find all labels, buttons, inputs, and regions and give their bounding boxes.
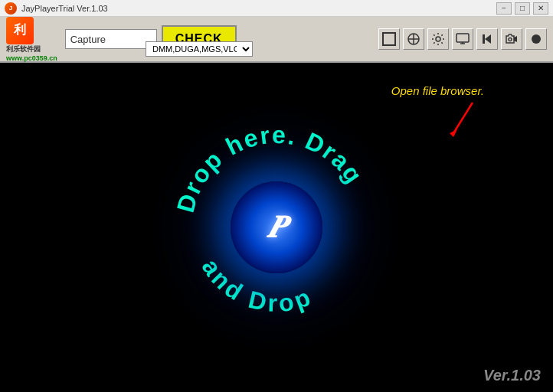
site-dropdown[interactable]: DMM,DUGA,MGS,VLC DMM DUGA MGS VLC	[146, 41, 253, 57]
svg-rect-9	[483, 34, 485, 44]
version-text: Ver.1.03	[483, 367, 541, 384]
center-logo-glow: 𝑷	[231, 181, 322, 273]
tooltip-area: Open file browser.	[391, 84, 484, 137]
minimize-button[interactable]: −	[496, 2, 512, 15]
toolbar-icons	[378, 28, 547, 50]
record-icon[interactable]	[525, 28, 547, 50]
window-controls: − □ ✕	[496, 2, 548, 15]
tooltip-content: Open file browser.	[391, 84, 484, 137]
camera-icon[interactable]	[501, 28, 522, 50]
svg-rect-5	[456, 34, 469, 42]
watermark-area: 利 利乐软件园 www.pc0359.cn	[6, 17, 57, 62]
svg-rect-0	[383, 33, 395, 45]
svg-point-4	[436, 37, 440, 41]
svg-marker-8	[485, 34, 491, 44]
svg-point-10	[509, 38, 512, 41]
main-canvas[interactable]: Drop here. Drag and Drop 𝑷 Open file bro…	[0, 63, 553, 392]
center-logo-text: 𝑷	[267, 210, 286, 245]
title-bar-left: J JayPlayerTrial Ver.1.03	[5, 2, 108, 15]
app-logo-icon: J	[5, 2, 17, 15]
svg-point-12	[532, 34, 541, 44]
toolbar: 利 利乐软件园 www.pc0359.cn Capture CHECK DMM,…	[0, 17, 553, 63]
site-dropdown-row: DMM,DUGA,MGS,VLC DMM DUGA MGS VLC	[146, 41, 253, 57]
arrow-svg	[446, 99, 484, 137]
title-bar: J JayPlayerTrial Ver.1.03 − □ ✕	[0, 0, 553, 17]
watermark-url: www.pc0359.cn	[6, 54, 57, 62]
maximize-button[interactable]: □	[515, 2, 530, 15]
svg-line-15	[453, 103, 473, 133]
tooltip-text: Open file browser.	[391, 84, 484, 97]
watermark-logo-icon: 利	[6, 17, 34, 44]
capture-input[interactable]: Capture	[65, 29, 157, 49]
fullscreen-icon[interactable]	[403, 28, 424, 50]
monitor-icon[interactable]	[452, 28, 473, 50]
watermark-site-name: 利乐软件园	[6, 44, 41, 54]
svg-marker-16	[450, 129, 457, 137]
close-button[interactable]: ✕	[533, 2, 548, 15]
window-title: JayPlayerTrial Ver.1.03	[21, 4, 108, 13]
window-mode-icon[interactable]	[378, 28, 400, 50]
prev-frame-icon[interactable]	[476, 28, 498, 50]
settings-icon[interactable]	[427, 28, 449, 50]
